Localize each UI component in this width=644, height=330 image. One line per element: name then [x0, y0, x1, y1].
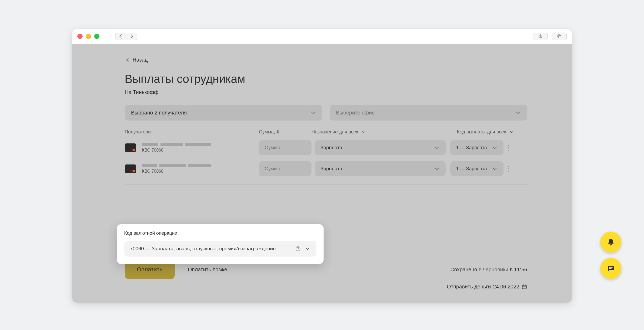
col-kvo-for-all[interactable]: Код выплаты для всех [446, 129, 514, 135]
col-sum: Сумма, ₽ [259, 129, 311, 135]
chevron-left-icon [125, 57, 130, 63]
nav-buttons [115, 33, 137, 40]
sum-input[interactable]: Сумма [259, 140, 311, 155]
chevron-down-icon [509, 129, 514, 134]
purpose-select[interactable]: Зарплата [315, 140, 446, 155]
chevron-down-icon [310, 110, 316, 116]
kvo-select[interactable]: 1 — Зарплата, о… [450, 161, 504, 176]
chevron-down-icon [361, 129, 366, 134]
purpose-select[interactable]: Зарплата [315, 161, 446, 176]
nav-forward-button[interactable] [126, 33, 137, 40]
recipient-name-masked [142, 143, 211, 146]
recipient-kvo-sub: КВО 70060 [142, 148, 211, 153]
minimize-window-button[interactable] [86, 34, 91, 39]
kvo-select[interactable]: 1 — Зарплата, о… [450, 140, 504, 155]
chevron-down-icon [434, 166, 440, 172]
kvo-card: Код валютной операции 70060 — Зарплата, … [117, 224, 324, 264]
close-window-button[interactable] [77, 34, 83, 39]
office-select-placeholder: Выберите офис [336, 110, 375, 116]
recipients-select-text: Выбрано 2 получателя [131, 110, 187, 116]
svg-rect-4 [522, 285, 526, 289]
chat-icon [606, 264, 615, 273]
svg-point-3 [298, 250, 298, 250]
svg-rect-1 [558, 35, 560, 37]
sum-input[interactable]: Сумма [259, 161, 311, 176]
saved-info: Сохранено в черновики в 11:56 [450, 267, 527, 273]
recipient-row: КВО 70060 Сумма Зарплата 1 — Зарплата, о… [125, 140, 527, 155]
chevron-down-icon [434, 145, 440, 151]
recipient-kvo-sub: КВО 70060 [142, 169, 211, 174]
row-more-button[interactable]: ⋮ [504, 165, 514, 173]
recipient-row: КВО 70060 Сумма Зарплата 1 — Зарплата, о… [125, 161, 527, 176]
kvo-card-select[interactable]: 70060 — Зарплата, аванс, отпускные, прем… [124, 241, 316, 257]
chevron-down-icon [492, 145, 498, 151]
page-title: Выплаты сотрудникам [125, 72, 527, 86]
window-traffic-lights [77, 34, 99, 39]
card-icon [125, 164, 136, 173]
share-button[interactable] [533, 33, 548, 40]
back-link[interactable]: Назад [125, 57, 148, 63]
send-money-block[interactable]: Отправить деньги 24.06.2022 [447, 284, 527, 290]
maximize-window-button[interactable] [94, 34, 99, 39]
row-more-button[interactable]: ⋮ [504, 144, 514, 152]
nav-back-button[interactable] [115, 33, 126, 40]
office-select[interactable]: Выберите офис [330, 105, 527, 121]
kvo-card-label: Код валютной операции [124, 231, 316, 236]
svg-rect-0 [559, 36, 561, 38]
pay-later-link[interactable]: Оплатить позже [188, 267, 227, 273]
col-recipients: Получатели [125, 129, 259, 135]
chevron-down-icon [305, 246, 310, 252]
divider [125, 184, 527, 184]
window-titlebar [72, 29, 572, 44]
content-area: Назад Выплаты сотрудникам На Тинькофф Вы… [72, 44, 572, 303]
back-link-label: Назад [133, 57, 148, 63]
bell-icon [606, 238, 615, 247]
recipient-name-masked [142, 164, 211, 167]
app-window: Назад Выплаты сотрудникам На Тинькофф Вы… [72, 29, 572, 303]
copy-button[interactable] [552, 33, 567, 40]
card-icon [125, 143, 136, 152]
chevron-down-icon [492, 166, 498, 172]
chat-fab[interactable] [600, 258, 621, 279]
chevron-down-icon [515, 110, 521, 116]
col-purpose-for-all[interactable]: Назначение для всех [311, 129, 446, 135]
calendar-icon [521, 284, 527, 290]
notifications-fab[interactable] [600, 232, 621, 253]
help-icon[interactable] [295, 246, 301, 252]
recipients-select[interactable]: Выбрано 2 получателя [125, 105, 322, 121]
page-subtitle: На Тинькофф [125, 89, 527, 95]
